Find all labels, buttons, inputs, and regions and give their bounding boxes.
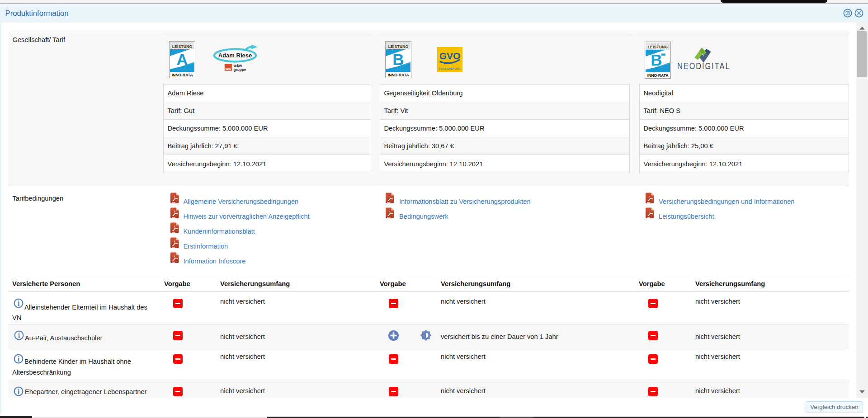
svg-text:LEISTUNG: LEISTUNG xyxy=(172,45,193,49)
svg-text:LEISTUNG: LEISTUNG xyxy=(648,45,668,49)
svg-text:INNO-RATA: INNO-RATA xyxy=(172,73,193,77)
svg-text:NEODIGITAL: NEODIGITAL xyxy=(677,61,730,70)
svg-text:ww: ww xyxy=(225,67,231,71)
svg-text:INNO-RATA: INNO-RATA xyxy=(388,73,409,77)
svg-text:gruppe: gruppe xyxy=(234,68,246,72)
svg-text:w&w: w&w xyxy=(233,64,242,68)
svg-text:Adam Riese: Adam Riese xyxy=(218,52,252,59)
svg-text:B: B xyxy=(651,51,662,69)
svg-text:VERSICHERUNG: VERSICHERUNG xyxy=(439,67,461,70)
svg-text:B: B xyxy=(392,51,404,68)
svg-text:INNO-RATA: INNO-RATA xyxy=(647,73,669,78)
svg-text:LEISTUNG: LEISTUNG xyxy=(388,45,409,49)
svg-text:A: A xyxy=(176,51,188,68)
svg-text:GVO: GVO xyxy=(439,51,461,61)
